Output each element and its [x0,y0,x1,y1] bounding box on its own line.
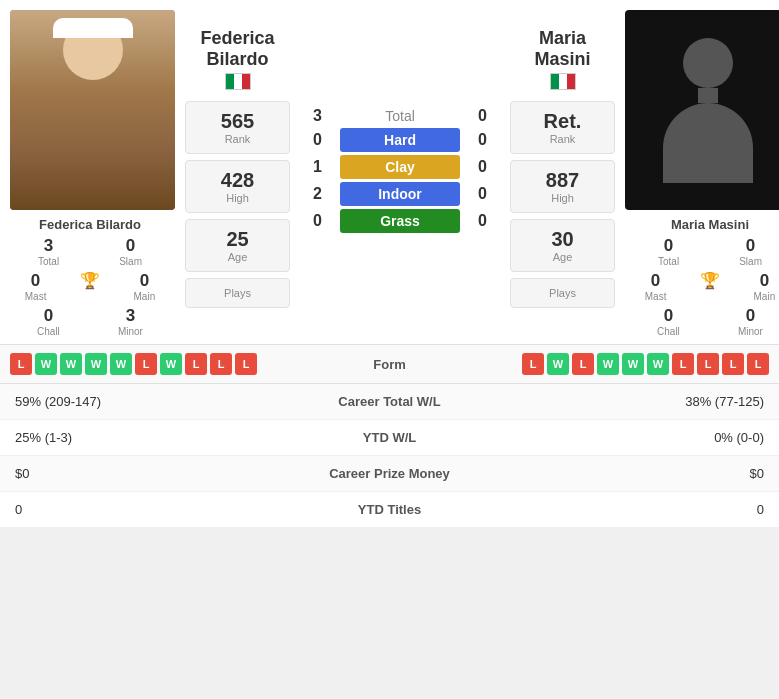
left-flag [225,73,251,90]
right-slam-cell: 0 Slam [739,236,762,267]
surface-btn-indoor[interactable]: Indoor [340,182,460,206]
left-player-name-display: Federica Bilardo [0,215,180,234]
right-form-badge-3: W [597,353,619,375]
right-form-badge-2: L [572,353,594,375]
stats-left-2: $0 [15,466,290,481]
stats-right-1: 0% (0-0) [490,430,765,445]
top-layout: Federica Bilardo 3 Total 0 Slam 0 Mast 🏆 [0,0,779,339]
score-rows: 3Total00Hard01Clay02Indoor00Grass0 [300,104,500,236]
right-flag [550,73,576,90]
right-main-val: 0 [754,271,776,291]
left-form-badge-9: L [235,353,257,375]
right-chall-minor-row: 0 Chall 0 Minor [620,304,779,339]
stats-label-1: YTD W/L [290,430,490,445]
left-rank-lbl: Rank [201,133,274,145]
surface-btn-hard[interactable]: Hard [340,128,460,152]
left-high-val: 428 [201,169,274,192]
stats-left-0: 59% (209-147) [15,394,290,409]
right-form-badge-9: L [747,353,769,375]
right-mast-val: 0 [645,271,667,291]
score-row-grass: 0Grass0 [300,209,500,233]
right-form-badge-8: L [722,353,744,375]
right-player-photo [625,10,779,210]
right-player-section: Maria Masini 0 Total 0 Slam 0 Mast 🏆 [620,0,779,339]
masini-silhouette [625,10,779,210]
form-label: Form [340,357,440,372]
left-score-total: 3 [300,107,335,125]
left-score-clay: 1 [300,158,335,176]
surface-btn-clay[interactable]: Clay [340,155,460,179]
score-row-hard: 0Hard0 [300,128,500,152]
left-high-lbl: High [201,192,274,204]
left-player-section: Federica Bilardo 3 Total 0 Slam 0 Mast 🏆 [0,0,180,339]
stats-right-3: 0 [490,502,765,517]
total-label: Total [340,108,460,124]
stats-row-2: $0Career Prize Money$0 [0,456,779,492]
right-form-badge-1: W [547,353,569,375]
left-form-badge-1: W [35,353,57,375]
left-form-badge-8: L [210,353,232,375]
left-form-badge-4: W [110,353,132,375]
stats-label-2: Career Prize Money [290,466,490,481]
main-container: Federica Bilardo 3 Total 0 Slam 0 Mast 🏆 [0,0,779,528]
score-row-total: 3Total0 [300,107,500,125]
right-form-badge-4: W [622,353,644,375]
right-rank-box: Ret. Rank [510,101,615,154]
right-score-hard: 0 [465,131,500,149]
left-total-cell: 3 Total [38,236,59,267]
right-high-val: 887 [526,169,599,192]
left-mast-cell: 0 Mast [25,271,47,302]
left-chall-lbl: Chall [37,326,60,337]
left-score-indoor: 2 [300,185,335,203]
stats-right-2: $0 [490,466,765,481]
left-slam-val: 0 [119,236,142,256]
surface-btn-grass[interactable]: Grass [340,209,460,233]
left-chall-val: 0 [37,306,60,326]
stats-right-0: 38% (77-125) [490,394,765,409]
left-age-box: 25 Age [185,219,290,272]
left-score-grass: 0 [300,212,335,230]
right-chall-val: 0 [657,306,680,326]
left-form-badge-3: W [85,353,107,375]
left-trophy-icon: 🏆 [80,271,100,302]
right-form-badge-0: L [522,353,544,375]
left-minor-lbl: Minor [118,326,143,337]
right-italy-flag [550,73,576,90]
sil-neck [698,88,718,103]
right-score-total: 0 [465,107,500,125]
right-total-val: 0 [658,236,679,256]
right-form-badges: LWLWWWLLLL [440,353,770,375]
left-form-badge-6: W [160,353,182,375]
right-minor-cell: 0 Minor [738,306,763,337]
left-minor-cell: 3 Minor [118,306,143,337]
right-mast-cell: 0 Mast [645,271,667,302]
right-plays-lbl: Plays [526,287,599,299]
right-chall-cell: 0 Chall [657,306,680,337]
right-plays-box: Plays [510,278,615,308]
left-chall-minor-row: 0 Chall 3 Minor [0,304,180,339]
left-main-val: 0 [134,271,156,291]
stats-row-3: 0YTD Titles0 [0,492,779,528]
left-mast-main-row: 0 Mast 🏆 0 Main [0,269,180,304]
federica-photo-bg [10,10,175,210]
score-row-indoor: 2Indoor0 [300,182,500,206]
right-mast-main-row: 0 Mast 🏆 0 Main [620,269,779,304]
sil-body [663,103,753,183]
center-scores-column: 3Total00Hard01Clay02Indoor00Grass0 [295,0,505,339]
left-score-hard: 0 [300,131,335,149]
left-total-slam-row: 3 Total 0 Slam [0,234,180,269]
score-row-clay: 1Clay0 [300,155,500,179]
stats-row-1: 25% (1-3)YTD W/L0% (0-0) [0,420,779,456]
left-minor-val: 3 [118,306,143,326]
left-form-badge-0: L [10,353,32,375]
left-total-lbl: Total [38,256,59,267]
left-main-cell: 0 Main [134,271,156,302]
stats-left-1: 25% (1-3) [15,430,290,445]
left-slam-lbl: Slam [119,256,142,267]
right-form-badge-5: W [647,353,669,375]
left-total-val: 3 [38,236,59,256]
stats-label-0: Career Total W/L [290,394,490,409]
right-high-box: 887 High [510,160,615,213]
right-trophy-icon: 🏆 [700,271,720,302]
left-form-badge-2: W [60,353,82,375]
